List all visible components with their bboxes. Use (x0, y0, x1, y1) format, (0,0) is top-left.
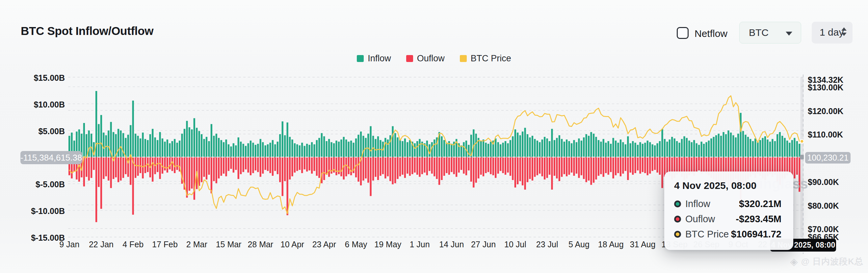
inflow-bar (610, 144, 612, 157)
outflow-bar (118, 157, 119, 182)
inflow-bar (671, 137, 673, 157)
inflow-bar (252, 143, 254, 157)
outflow-bar (539, 157, 540, 174)
outflow-bar (554, 157, 555, 176)
outflow-bar (252, 157, 254, 173)
current-price-badge: 100,230.21 (805, 152, 850, 164)
inflow-bar (443, 140, 445, 157)
outflow-bar (326, 157, 328, 175)
inflow-bar (313, 144, 315, 157)
outflow-bar (644, 157, 646, 173)
inflow-bar (365, 138, 367, 157)
outflow-bar (91, 157, 92, 178)
inflow-bar (137, 136, 138, 157)
inflow-bar (221, 140, 222, 157)
outflow-bar (512, 157, 514, 180)
outflow-bar (578, 157, 580, 178)
inflow-bar (186, 121, 188, 157)
outflow-bar (260, 157, 261, 177)
outflow-bar (377, 157, 379, 180)
outflow-bar (612, 157, 614, 179)
inflow-bar (674, 138, 676, 157)
x-axis-label: 14 Jun (439, 240, 464, 249)
outflow-bar (135, 157, 136, 178)
inflow-bar (257, 144, 259, 157)
outflow-bar (502, 157, 504, 173)
outflow-bar (345, 157, 347, 176)
x-axis-label: 9 Jan (59, 240, 79, 249)
inflow-bar (201, 134, 203, 157)
outflow-bar (287, 157, 288, 215)
outflow-bar (313, 157, 315, 171)
inflow-bar (654, 145, 656, 157)
inflow-bar (488, 144, 489, 157)
inflow-bar (203, 139, 205, 157)
tooltip-label: BTC Price (685, 229, 729, 240)
inflow-bar (776, 134, 778, 157)
x-axis-label: 10 Apr (280, 240, 304, 249)
inflow-bar (118, 129, 119, 157)
inflow-bar (162, 138, 163, 157)
outflow-bar (394, 157, 396, 183)
outflow-bar (311, 157, 313, 174)
btc-spot-inflow-outflow-page: BTC Spot Inflow/Outflow Netflow BTC 1 da… (0, 0, 868, 273)
outflow-bar (387, 157, 389, 176)
inflow-bar (534, 139, 535, 157)
inflow-bar (784, 138, 786, 157)
outflow-bar (431, 157, 433, 174)
outflow-bar (620, 157, 621, 176)
inflow-bar (551, 129, 553, 157)
outflow-bar (340, 157, 342, 176)
inflow-bar (620, 139, 621, 157)
outflow-bar (627, 157, 629, 180)
outflow-bar (122, 157, 124, 178)
outflow-bar (414, 157, 416, 173)
outflow-bar (318, 157, 320, 178)
outflow-bar (159, 157, 161, 179)
inflow-bar (767, 139, 768, 157)
outflow-bar (291, 157, 293, 176)
outflow-bar (105, 157, 107, 176)
inflow-bar (600, 142, 602, 157)
inflow-bar (274, 144, 276, 157)
inflow-bar (323, 136, 325, 157)
inflow-bar (779, 132, 781, 157)
outflow-bar (490, 157, 491, 174)
y-axis-label-right: $80.00K (808, 201, 839, 211)
outflow-bar (505, 157, 506, 175)
outflow-bar (696, 157, 698, 173)
inflow-bar (554, 140, 555, 157)
outflow-bar (507, 157, 508, 173)
inflow-bar (642, 144, 644, 157)
x-axis-label: 4 Feb (122, 240, 144, 249)
inflow-bar (130, 125, 131, 157)
tooltip-marker-icon (674, 231, 681, 238)
inflow-bar (390, 135, 391, 157)
inflow-bar (140, 138, 141, 157)
outflow-bar (583, 157, 585, 179)
outflow-bar (556, 157, 558, 179)
inflow-bar (159, 132, 161, 157)
outflow-bar (698, 157, 700, 170)
inflow-bar (512, 136, 514, 157)
outflow-bar (211, 157, 212, 194)
inflow-bar (656, 143, 658, 157)
inflow-bar (742, 131, 744, 157)
inflow-bar (752, 141, 754, 157)
outflow-bar (500, 157, 501, 171)
outflow-bar (382, 157, 384, 174)
inflow-bar (735, 137, 737, 157)
inflow-bar (147, 140, 149, 157)
outflow-bar (429, 157, 430, 171)
outflow-bar (617, 157, 619, 173)
inflow-bar (238, 137, 239, 157)
inflow-bar (350, 140, 352, 157)
outflow-bar (216, 157, 217, 183)
y-axis-label-left: $-15.00B (16, 233, 65, 243)
outflow-bar (399, 157, 401, 176)
inflow-bar (409, 140, 411, 157)
y-axis-label-left: $15.00B (16, 73, 65, 83)
inflow-bar (598, 140, 599, 157)
inflow-bar (230, 146, 232, 157)
inflow-bar (791, 140, 793, 157)
